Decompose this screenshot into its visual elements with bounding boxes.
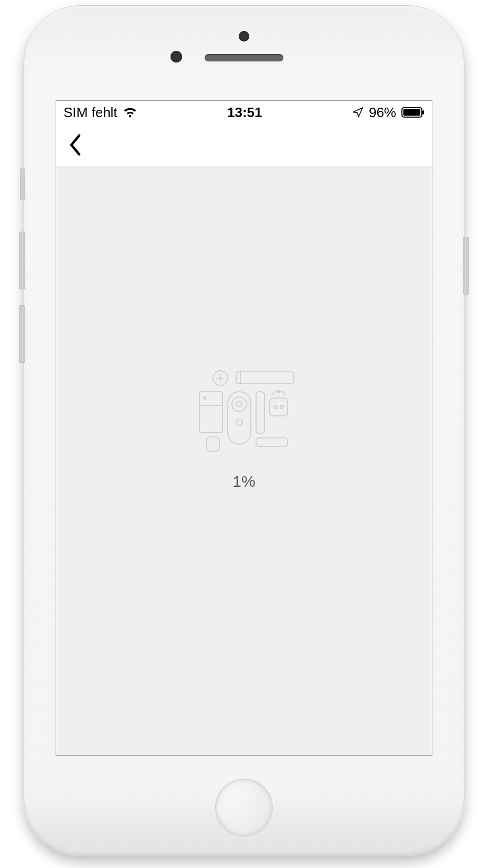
volume-up-button[interactable] — [19, 232, 25, 289]
svg-rect-15 — [270, 398, 288, 416]
chevron-left-icon — [68, 133, 83, 157]
battery-icon — [401, 107, 425, 118]
svg-point-11 — [237, 402, 242, 407]
power-button[interactable] — [463, 237, 469, 295]
back-button[interactable] — [68, 133, 83, 157]
svg-rect-6 — [199, 392, 222, 433]
svg-rect-2 — [422, 110, 424, 114]
svg-rect-1 — [403, 109, 420, 116]
svg-rect-18 — [256, 438, 288, 446]
svg-point-17 — [280, 405, 283, 409]
devices-illustration — [184, 368, 304, 457]
earpiece — [205, 54, 283, 61]
svg-rect-9 — [228, 392, 251, 444]
battery-percent-label: 96% — [369, 104, 396, 121]
svg-rect-13 — [256, 392, 264, 434]
app-screen: SIM fehlt 13:51 96% — [56, 100, 432, 756]
navigation-bar — [56, 124, 432, 166]
svg-point-14 — [278, 391, 280, 393]
loading-content: 1% — [56, 166, 432, 755]
wifi-icon — [123, 107, 137, 118]
status-time: 13:51 — [227, 104, 262, 121]
status-bar: SIM fehlt 13:51 96% — [56, 101, 432, 124]
mute-switch[interactable] — [20, 169, 25, 200]
phone-frame: SIM fehlt 13:51 96% — [24, 5, 464, 856]
sim-status-label: SIM fehlt — [63, 104, 118, 121]
svg-rect-4 — [236, 372, 294, 383]
svg-rect-19 — [207, 437, 219, 452]
home-button[interactable] — [215, 779, 273, 836]
front-camera — [239, 31, 249, 41]
location-arrow-icon — [352, 107, 364, 118]
svg-point-8 — [204, 397, 206, 399]
svg-point-10 — [232, 397, 247, 412]
loading-progress-label: 1% — [232, 473, 255, 490]
svg-point-12 — [236, 419, 242, 425]
svg-point-16 — [274, 405, 277, 409]
volume-down-button[interactable] — [19, 305, 25, 363]
proximity-sensor — [171, 51, 182, 62]
